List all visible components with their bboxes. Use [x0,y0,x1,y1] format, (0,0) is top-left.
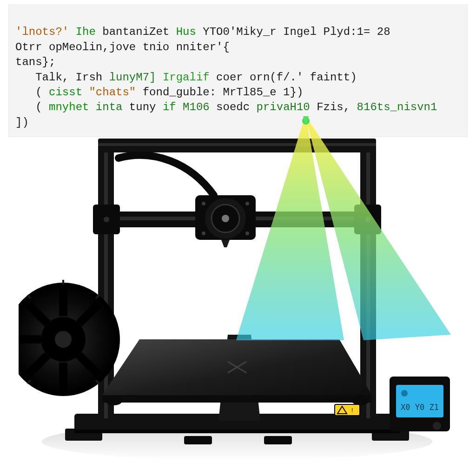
lcd-screen [396,385,443,417]
svg-point-28 [55,331,72,348]
code-line-1: 'lnots?' Ihe bantaniZet Hus YTO0'Miky_r … [15,26,390,38]
svg-text:!: ! [351,407,353,414]
svg-point-21 [245,202,249,205]
code-line-4: Talk, Irsh lunyM7] Irgalif coer orn(f/.'… [15,71,357,84]
code-line-2: Otrr opMeolin,jove tnio nniter'{ [15,41,230,53]
svg-point-14 [104,217,109,222]
svg-point-22 [202,231,205,235]
control-knob-icon [433,422,441,430]
svg-rect-56 [184,436,212,444]
svg-rect-9 [98,143,376,146]
svg-rect-57 [264,436,292,444]
printer-illustration: ! X0 Y0 Z1 [19,116,456,469]
control-box: X0 Y0 Z1 [390,377,450,431]
svg-marker-42 [102,395,372,403]
warning-sticker-icon: ! [335,404,360,416]
extruder-head [195,195,256,247]
code-line-3: tans}; [15,56,55,68]
svg-point-19 [222,215,229,222]
code-line-5: ( cisst "chats" fond_guble: MrTl85_e 1}) [15,86,303,99]
print-bed [102,339,372,405]
bowden-cable [119,155,214,195]
svg-point-55 [401,390,408,397]
code-line-6: ( mnyhet inta tuny if M106 soedc privaH1… [15,101,437,113]
svg-point-20 [202,202,205,205]
svg-marker-24 [221,240,230,247]
svg-point-23 [245,231,249,235]
svg-rect-3 [74,430,400,433]
svg-point-45 [106,396,122,405]
lcd-text: X0 Y0 Z1 [401,403,439,412]
